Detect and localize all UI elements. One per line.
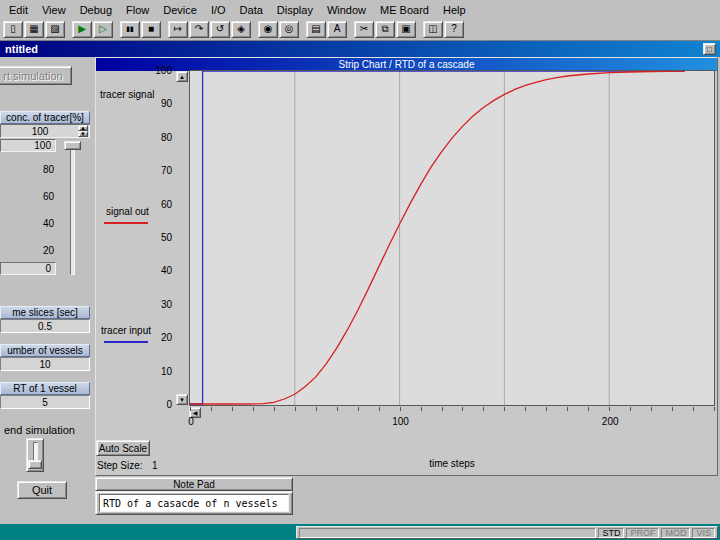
window-title: ntitled bbox=[0, 43, 38, 55]
find-icon[interactable]: ◉ bbox=[258, 21, 278, 38]
continue-icon[interactable]: ▷ bbox=[93, 21, 113, 38]
menu-display[interactable]: Display bbox=[270, 2, 320, 18]
menu-view[interactable]: View bbox=[35, 2, 73, 18]
x-minor-tick bbox=[379, 407, 380, 411]
y-tick-label: 20 bbox=[140, 333, 172, 343]
slider-scale-label: 20 bbox=[20, 245, 54, 256]
time-slices-header: me slices [sec] bbox=[0, 306, 90, 319]
find-next-icon[interactable]: ◎ bbox=[279, 21, 299, 38]
new-icon[interactable]: ▯ bbox=[3, 21, 23, 38]
tracer-concentration-spinbox[interactable]: 100 ▲ ▼ bbox=[0, 124, 90, 138]
font-icon[interactable]: A bbox=[327, 21, 347, 38]
x-minor-tick bbox=[421, 407, 422, 411]
x-minor-tick bbox=[672, 407, 673, 411]
scroll-up-icon[interactable]: ▲ bbox=[176, 71, 188, 82]
tile-windows-icon[interactable]: ◫ bbox=[423, 21, 443, 38]
x-axis-ticks bbox=[190, 407, 714, 412]
notepad-title-bar[interactable]: Note Pad bbox=[95, 477, 293, 491]
y-tick-label: 10 bbox=[140, 367, 172, 377]
mrt-of-vessel-value[interactable]: 5 bbox=[0, 395, 90, 409]
y-tick-label: 100 bbox=[140, 66, 172, 76]
toggle-handle[interactable] bbox=[28, 460, 42, 469]
y-tick-label: 40 bbox=[140, 266, 172, 276]
status-bar: STDPROFMODVIS bbox=[296, 526, 718, 539]
window-title-bar[interactable]: ntitled bbox=[0, 41, 720, 57]
stop-icon[interactable]: ■ bbox=[141, 21, 161, 38]
print-icon[interactable]: ▨ bbox=[45, 21, 65, 38]
x-minor-tick bbox=[253, 407, 254, 411]
cut-icon[interactable]: ✂ bbox=[354, 21, 374, 38]
menu-window[interactable]: Window bbox=[320, 2, 373, 18]
status-message-area bbox=[299, 528, 596, 538]
x-minor-tick bbox=[295, 407, 296, 411]
top-panel: EditViewDebugFlowDeviceI/ODataDisplayWin… bbox=[0, 0, 720, 41]
help-icon[interactable]: ? bbox=[444, 21, 464, 38]
menu-flow[interactable]: Flow bbox=[119, 2, 156, 18]
x-minor-tick bbox=[714, 407, 715, 411]
save-icon[interactable]: ▦ bbox=[24, 21, 44, 38]
y-tick-label: 30 bbox=[140, 300, 172, 310]
x-minor-tick bbox=[232, 407, 233, 411]
application-window: EditViewDebugFlowDeviceI/ODataDisplayWin… bbox=[0, 0, 720, 540]
status-vis: VIS bbox=[692, 528, 715, 538]
slider-scale-label: 80 bbox=[20, 164, 54, 175]
copy-icon[interactable]: ⧉ bbox=[375, 21, 395, 38]
menu-debug[interactable]: Debug bbox=[73, 2, 119, 18]
x-minor-tick bbox=[588, 407, 589, 411]
x-axis-labels: 0100200 bbox=[190, 416, 714, 428]
properties-icon[interactable]: ▤ bbox=[306, 21, 326, 38]
end-simulation-toggle[interactable] bbox=[26, 438, 44, 472]
menu-device[interactable]: Device bbox=[156, 2, 204, 18]
status-indicators: STDPROFMODVIS bbox=[598, 528, 715, 538]
status-std: STD bbox=[598, 528, 624, 538]
number-of-vessels-header: umber of vessels bbox=[0, 344, 90, 357]
menu-help[interactable]: Help bbox=[436, 2, 473, 18]
tracer-slider-handle[interactable] bbox=[64, 141, 81, 150]
series-tracer-input bbox=[190, 71, 685, 404]
scroll-down-icon[interactable]: ▼ bbox=[176, 394, 188, 405]
x-minor-tick bbox=[400, 407, 401, 411]
x-axis-title: time steps bbox=[420, 458, 484, 469]
notepad-body bbox=[95, 491, 293, 515]
step-over-icon[interactable]: ↷ bbox=[189, 21, 209, 38]
tracer-slider-track[interactable] bbox=[70, 141, 75, 275]
spin-down-icon[interactable]: ▼ bbox=[78, 131, 88, 137]
x-minor-tick bbox=[483, 407, 484, 411]
mrt-of-vessel-header: RT of 1 vessel bbox=[0, 382, 90, 395]
menu-i-o[interactable]: I/O bbox=[204, 2, 233, 18]
tracer-concentration-header: conc. of tracer[%] bbox=[0, 111, 90, 124]
step-icon[interactable]: ↦ bbox=[168, 21, 188, 38]
breakpoint-icon[interactable]: ◈ bbox=[231, 21, 251, 38]
x-tick-label: 100 bbox=[387, 416, 415, 427]
time-slices-value[interactable]: 0.5 bbox=[0, 319, 90, 333]
quit-button[interactable]: Quit bbox=[17, 481, 67, 499]
series-signal-out bbox=[190, 71, 685, 404]
y-tick-label: 80 bbox=[140, 133, 172, 143]
step-size-label: Step Size: bbox=[97, 460, 143, 471]
slider-min-value: 0 bbox=[0, 262, 56, 275]
window-maximize-button[interactable]: □ bbox=[703, 43, 716, 55]
step-out-icon[interactable]: ↺ bbox=[210, 21, 230, 38]
toolbar: ▯▦▨▶▷▮▮■↦↷↺◈◉◎▤A✂⧉▣◫? bbox=[3, 20, 465, 38]
run-icon[interactable]: ▶ bbox=[72, 21, 92, 38]
y-tick-label: 90 bbox=[140, 99, 172, 109]
number-of-vessels-value[interactable]: 10 bbox=[0, 357, 90, 371]
slider-scale-label: 60 bbox=[20, 191, 54, 202]
y-tick-label: 70 bbox=[140, 166, 172, 176]
start-simulation-button[interactable]: rt simulation bbox=[0, 66, 72, 85]
notepad-input[interactable] bbox=[99, 494, 289, 512]
x-minor-tick bbox=[358, 407, 359, 411]
tracer-concentration-value: 100 bbox=[1, 126, 79, 137]
x-minor-tick bbox=[274, 407, 275, 411]
x-minor-tick bbox=[211, 407, 212, 411]
paste-icon[interactable]: ▣ bbox=[396, 21, 416, 38]
menu-edit[interactable]: Edit bbox=[2, 2, 35, 18]
x-minor-tick bbox=[190, 407, 191, 411]
pause-icon[interactable]: ▮▮ bbox=[120, 21, 140, 38]
status-mod: MOD bbox=[661, 528, 690, 538]
x-tick-label: 200 bbox=[596, 416, 624, 427]
menu-data[interactable]: Data bbox=[233, 2, 270, 18]
strip-chart-plot bbox=[189, 70, 715, 406]
auto-scale-button[interactable]: Auto Scale bbox=[96, 440, 150, 456]
menu-me-board[interactable]: ME Board bbox=[373, 2, 436, 18]
